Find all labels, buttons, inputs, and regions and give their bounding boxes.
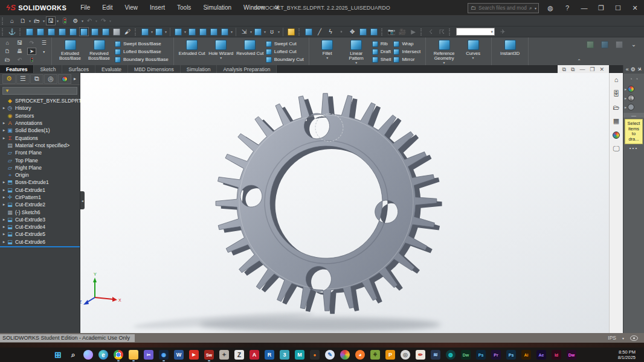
painter-icon[interactable]: P (385, 350, 395, 360)
simulation-advisor-button[interactable]: ☈ (437, 27, 446, 36)
tree-item-solid-bodies-1-[interactable]: ▸▣Solid Bodies(1) (0, 127, 80, 134)
search-icon[interactable]: ⌕ (529, 5, 532, 11)
tree-filter-box[interactable]: ▼ (2, 87, 77, 95)
pane-pin-icon[interactable]: ✈ (636, 66, 643, 74)
configuration-combobox[interactable]: ▾ (456, 28, 495, 36)
hide-show-caret-icon[interactable]: ▾ (231, 30, 233, 34)
tree-item-right-plane[interactable]: ▱Right Plane (0, 164, 80, 171)
new-caret-icon[interactable]: ▾ (29, 19, 31, 23)
search-box[interactable]: 🗀 ⌕ ▾ (468, 3, 539, 13)
save-caret-icon[interactable]: ▾ (57, 19, 59, 23)
expand-arrow-icon[interactable]: ▸ (1, 224, 7, 229)
tree-item-material-not-specified-[interactable]: ▤Material <not specified> (0, 142, 80, 149)
tree-item--sketch6[interactable]: ▦(-) Sketch6 (0, 208, 80, 215)
pane-back-icon[interactable]: ◔ (630, 76, 633, 82)
reference-geometry-button[interactable]: Reference Geometry▾ (430, 39, 458, 65)
home-mini-button[interactable]: ⌂ (3, 39, 12, 46)
undo-button[interactable]: ↶ (85, 16, 94, 25)
restore-button[interactable]: ❐ (596, 4, 607, 12)
previous-view-button[interactable] (187, 27, 197, 36)
units-caret-icon[interactable]: ▾ (622, 336, 624, 340)
file-explorer-tab[interactable]: 🗁 (611, 102, 622, 112)
search-icon[interactable]: ⌕ (68, 350, 78, 360)
blender-icon[interactable]: ◕ (355, 350, 365, 360)
feature-manager-tab[interactable]: ⚙ (2, 74, 16, 84)
sculpt-app-icon[interactable]: ✦ (219, 350, 229, 360)
traffic-light-icon[interactable] (60, 16, 69, 25)
manager-tabs-more-icon[interactable]: ▸ (72, 74, 78, 84)
move-tool-button[interactable]: ✥ (347, 27, 357, 36)
display-manager-tab[interactable] (58, 74, 71, 84)
mirror-entities-button[interactable] (358, 27, 368, 36)
prev-document-icon[interactable]: ⧉ (562, 66, 566, 72)
maya-icon[interactable]: M (295, 350, 304, 360)
custom-properties-tab[interactable]: 🖵 (611, 144, 622, 154)
point-tool-button[interactable]: • (336, 27, 346, 36)
draft-button[interactable]: Draft (372, 48, 391, 55)
expand-arrow-icon[interactable]: ▸ (1, 202, 7, 207)
decals-node[interactable]: ▸ (623, 103, 644, 112)
brush-appearance-button[interactable]: 🖌 (123, 27, 132, 36)
collapse-pane-icon[interactable]: « (626, 66, 629, 72)
search-caret-icon[interactable]: ▾ (535, 6, 536, 10)
shaded-edges-view-button[interactable] (57, 27, 67, 36)
rib-button[interactable]: Rib (372, 40, 391, 47)
pane-gear-icon[interactable]: ⚙ (631, 66, 636, 72)
resources-home-tab[interactable]: ⌂ (611, 74, 622, 84)
copilot-icon[interactable] (83, 350, 93, 360)
expand-arrow-icon[interactable]: ▸ (1, 136, 7, 141)
lofted-cut-button[interactable]: Lofted Cut (266, 48, 304, 55)
new-mini-button[interactable]: 🗋 (3, 48, 12, 55)
undo-mini-button[interactable]: ↶ (15, 56, 24, 63)
word-icon[interactable]: W (174, 350, 184, 360)
aftereffects-icon[interactable]: Ae (536, 350, 546, 360)
expand-arrow-icon[interactable]: ▸ (1, 121, 7, 125)
photoshop-icon[interactable]: Ps (476, 350, 486, 360)
color-wheel-icon[interactable] (340, 350, 350, 360)
appearance-caret-icon[interactable]: ▾ (264, 30, 266, 34)
dropdown-caret-icon[interactable]: ▾ (355, 62, 357, 65)
instant3d-button[interactable]: Instant3D (496, 39, 524, 56)
tab-simulation[interactable]: Simulation (181, 65, 217, 73)
spline-tool-button[interactable]: ϟ (326, 27, 335, 36)
display-style-button[interactable] (209, 27, 219, 36)
menu-tools[interactable]: Tools (172, 2, 196, 13)
expand-arrow-icon[interactable]: ▸ (1, 240, 7, 244)
menu-file[interactable]: File (75, 2, 95, 13)
ribbon-collapse-icon[interactable]: ⌃ (577, 59, 581, 64)
zoom-area-caret-icon[interactable]: ▾ (165, 30, 167, 34)
start-button[interactable]: ⊞ (53, 350, 63, 360)
photoshop-beta-icon[interactable]: Ps (506, 350, 516, 360)
tree-item-sensors[interactable]: ◉Sensors (0, 112, 80, 119)
tree-item-origin[interactable]: ⌖Origin (0, 171, 80, 179)
appearances-node[interactable]: ▸ (623, 84, 644, 94)
scenes-node[interactable]: ▸ (623, 94, 644, 103)
linear-pattern-button[interactable]: Linear Pattern▾ (343, 39, 370, 65)
tab-mbd-dimensions[interactable]: MBD Dimensions (128, 65, 181, 73)
units-label[interactable]: IPS (608, 335, 616, 341)
menu-simulation[interactable]: Simulation (198, 2, 237, 13)
curvature-caret-icon[interactable]: ▾ (278, 30, 280, 34)
tree-item-boss-extrude1[interactable]: ▸⬒Boss-Extrude1 (0, 179, 80, 186)
tree-item-front-plane[interactable]: ▱Front Plane (0, 149, 80, 156)
ribbon-chevron-icon[interactable]: ⌄ (629, 40, 639, 49)
search-input[interactable] (478, 5, 527, 11)
shell-button[interactable]: Shell (372, 56, 391, 63)
revolved-boss-base-button[interactable]: Revolved Boss/Base (85, 39, 113, 61)
curves-button[interactable]: Curves▾ (459, 39, 487, 60)
select-caret-icon[interactable]: ▾ (39, 48, 48, 55)
sketchbook-icon[interactable]: ✎ (325, 350, 335, 360)
revolved-cut-button[interactable]: Revolved Cut (236, 39, 264, 56)
tab-evaluate[interactable]: Evaluate (95, 65, 128, 73)
wireframe-view-button[interactable] (25, 27, 34, 36)
tab-sketch[interactable]: Sketch (34, 65, 62, 73)
shaded-view-button[interactable] (68, 27, 78, 36)
apply-config-button[interactable]: ✈ (498, 27, 507, 36)
sprocket-model[interactable]: Y X Z (80, 73, 609, 333)
orientation-caret-icon[interactable]: ▾ (184, 30, 186, 34)
motion-study-button[interactable]: ☇ (426, 27, 436, 36)
tab-features[interactable]: Features (0, 65, 34, 73)
tree-item-cirpattern1[interactable]: ▸✛CirPattern1 (0, 194, 80, 201)
boundary-boss-base-button[interactable]: Boundary Boss/Base (115, 56, 169, 63)
toolbar-grip[interactable] (420, 28, 423, 36)
